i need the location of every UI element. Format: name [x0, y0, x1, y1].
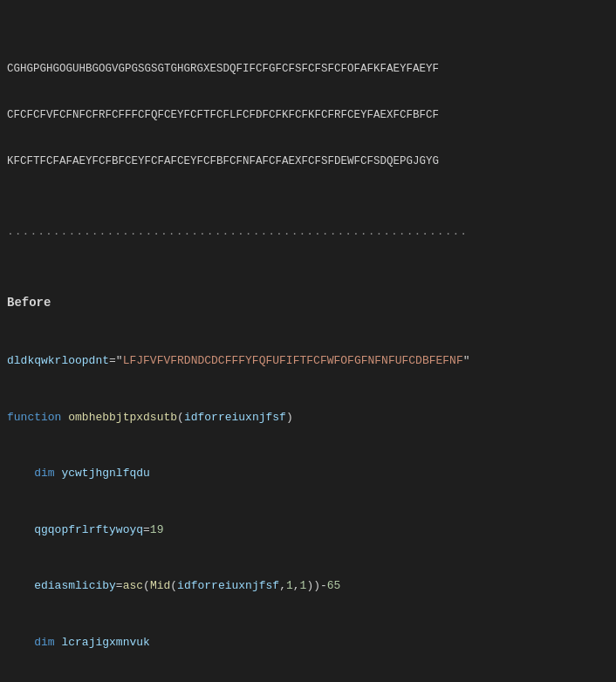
code-line-assign2: ediasmliciby=asc(Mid(idforreiuxnjfsf,1,1…: [0, 577, 616, 595]
before-label: Before: [0, 292, 616, 313]
encoded-line-3: KFCFTFCFAFAEYFCFBFCEYFCFAFCEYFCFBFCFNFAF…: [0, 152, 616, 172]
code-line-dldkq: dldkqwkrloopdnt="LFJFVFVFRDNDCDCFFFYFQFU…: [0, 352, 616, 370]
code-line-assign1: qgqopfrlrftywoyq=19: [0, 522, 616, 539]
encoded-line-2: CFCFCFVFCFNFCFRFCFFFCFQFCEYFCFTFCFLFCFDF…: [0, 106, 616, 126]
encoded-line-1: CGHGPGHGOGUHBGOGVGPGSGSGTGHGRGXESDQFIFCF…: [0, 59, 616, 79]
dots-separator: ........................................…: [0, 223, 616, 240]
code-line-func1: function ombhebbjtpxdsutb(idforreiuxnjfs…: [0, 409, 616, 426]
code-line-dim2: dim lcrajigxmnvuk: [0, 634, 616, 651]
code-viewer: CGHGPGHGOGUHBGOGVGPGSGSGTGHGRGXESDQFIFCF…: [0, 0, 616, 682]
code-line-dim1: dim ycwtjhgnlfqdu: [0, 465, 616, 482]
